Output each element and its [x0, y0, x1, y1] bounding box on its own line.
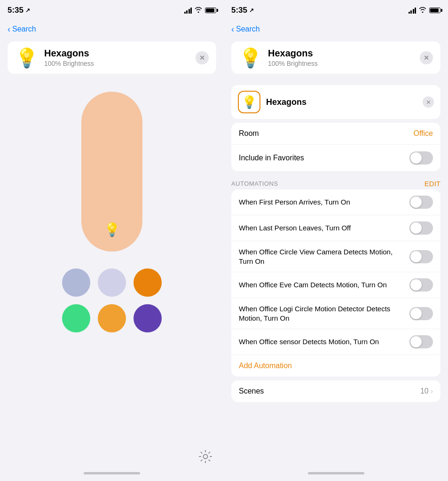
- automation-label-3: When Office Circle View Camera Detects M…: [239, 247, 409, 266]
- toggle-thumb-1: [410, 197, 422, 208]
- right-signal-icon: [409, 7, 417, 14]
- automations-edit-button[interactable]: EDIT: [424, 180, 440, 188]
- automation-toggle-4[interactable]: [409, 278, 433, 292]
- room-favorites-group: Room Office Include in Favorites: [231, 123, 440, 171]
- left-header-left: 💡 Hexagons 100% Brightness: [15, 48, 94, 67]
- right-time-text: 5:35: [231, 6, 247, 15]
- automation-row-1: When First Person Arrives, Turn On: [231, 189, 440, 215]
- left-back-label: Search: [12, 25, 36, 33]
- right-device-subtitle: 100% Brightness: [268, 60, 318, 67]
- left-back-bar: ‹ Search: [0, 21, 224, 38]
- automation-label-5: When Office Logi Circle Motion Detector …: [239, 304, 409, 323]
- left-status-time: 5:35 ↗: [8, 6, 30, 15]
- room-label: Room: [239, 129, 259, 138]
- left-close-button[interactable]: ✕: [196, 51, 209, 64]
- left-status-bar: 5:35 ↗: [0, 0, 224, 21]
- scenes-value-container: 10 ›: [420, 387, 433, 395]
- favorites-row: Include in Favorites: [231, 145, 440, 171]
- left-back-chevron-icon: ‹: [8, 24, 10, 34]
- right-close-button[interactable]: ✕: [420, 51, 433, 64]
- automation-row-2: When Last Person Leaves, Turn Off: [231, 215, 440, 241]
- automation-row-6: When Office sensor Detects Motion, Turn …: [231, 329, 440, 355]
- automations-group: When First Person Arrives, Turn On When …: [231, 189, 440, 377]
- brightness-slider[interactable]: 💡: [81, 92, 142, 252]
- scenes-label: Scenes: [239, 387, 264, 395]
- automations-section-header: AUTOMATIONS EDIT: [224, 175, 448, 189]
- right-header-left: 💡 Hexagons 100% Brightness: [239, 48, 318, 67]
- add-automation-row: Add Automation: [231, 355, 440, 377]
- swatch-orange[interactable]: [134, 268, 162, 297]
- svg-point-0: [204, 455, 208, 459]
- right-header-info: Hexagons 100% Brightness: [268, 48, 318, 67]
- automations-section-title: AUTOMATIONS: [231, 180, 278, 187]
- right-back-label: Search: [236, 25, 260, 33]
- right-bulb-icon: 💡: [239, 48, 262, 67]
- swatch-amber[interactable]: [98, 304, 126, 332]
- automation-row-4: When Office Eve Cam Detects Motion, Turn…: [231, 272, 440, 298]
- scenes-row[interactable]: Scenes 10 ›: [231, 380, 440, 402]
- automation-label-2: When Last Person Leaves, Turn Off: [239, 223, 409, 233]
- right-status-icons: [409, 7, 441, 14]
- room-row[interactable]: Room Office: [231, 123, 440, 145]
- favorites-label: Include in Favorites: [239, 154, 304, 162]
- swatch-purple[interactable]: [134, 304, 162, 332]
- right-header-card: 💡 Hexagons 100% Brightness ✕: [231, 41, 440, 74]
- right-panel: 5:35 ↗ ‹ Searc: [224, 0, 448, 481]
- automation-label-1: When First Person Arrives, Turn On: [239, 197, 409, 207]
- add-automation-button[interactable]: Add Automation: [239, 362, 292, 370]
- settings-gear-button[interactable]: [198, 449, 212, 467]
- automation-toggle-2[interactable]: [409, 221, 433, 235]
- left-bulb-icon: 💡: [15, 48, 39, 67]
- toggle-thumb-4: [410, 279, 422, 291]
- right-home-indicator: [224, 465, 448, 481]
- automation-toggle-6[interactable]: [409, 335, 433, 348]
- automation-toggle-5[interactable]: [409, 307, 433, 320]
- left-time-text: 5:35: [8, 6, 24, 15]
- swatch-light-lavender[interactable]: [98, 268, 126, 297]
- bulb-slider-icon: 💡: [104, 222, 120, 237]
- left-home-indicator: [0, 465, 224, 481]
- toggle-thumb-6: [410, 336, 422, 347]
- left-status-icons: [184, 7, 217, 14]
- scenes-count: 10: [420, 387, 429, 395]
- device-name-card: 💡 ✕: [231, 85, 440, 119]
- left-header-info: Hexagons 100% Brightness: [44, 48, 94, 67]
- automation-label-4: When Office Eve Cam Detects Motion, Turn…: [239, 280, 409, 290]
- right-back-chevron-icon: ‹: [231, 24, 234, 34]
- device-name-clear-button[interactable]: ✕: [423, 96, 434, 108]
- automation-toggle-3[interactable]: [409, 250, 433, 263]
- favorites-toggle[interactable]: [409, 151, 433, 165]
- right-status-time: 5:35 ↗: [231, 6, 254, 15]
- right-home-bar: [308, 472, 364, 474]
- left-signal-icon: [184, 7, 192, 14]
- automation-label-6: When Office sensor Detects Motion, Turn …: [239, 337, 409, 347]
- left-home-bar: [84, 472, 140, 474]
- right-device-title: Hexagons: [268, 48, 318, 59]
- left-content-area: 💡: [0, 78, 224, 465]
- left-back-button[interactable]: ‹ Search: [8, 24, 36, 34]
- right-location-icon: ↗: [249, 7, 254, 14]
- left-location-icon: ↗: [25, 7, 30, 14]
- device-name-input[interactable]: [266, 97, 417, 107]
- room-value: Office: [414, 129, 433, 138]
- scenes-chevron-icon: ›: [431, 387, 433, 395]
- swatch-lavender[interactable]: [62, 268, 90, 297]
- left-device-title: Hexagons: [44, 48, 94, 59]
- left-header-card: 💡 Hexagons 100% Brightness ✕: [8, 41, 216, 74]
- right-back-bar: ‹ Search: [224, 21, 448, 38]
- color-swatches: [62, 268, 162, 332]
- scenes-group: Scenes 10 ›: [231, 380, 440, 402]
- left-battery-icon: [205, 8, 216, 13]
- left-wifi-icon: [195, 7, 202, 14]
- toggle-thumb: [410, 152, 422, 164]
- automation-row-3: When Office Circle View Camera Detects M…: [231, 241, 440, 272]
- left-panel: 5:35 ↗ ‹ Searc: [0, 0, 224, 481]
- right-wifi-icon: [419, 7, 426, 14]
- automation-toggle-1[interactable]: [409, 196, 433, 209]
- toggle-thumb-5: [410, 308, 422, 319]
- right-back-button[interactable]: ‹ Search: [231, 24, 260, 34]
- right-status-bar: 5:35 ↗: [224, 0, 448, 21]
- swatch-green[interactable]: [62, 304, 90, 332]
- automation-row-5: When Office Logi Circle Motion Detector …: [231, 298, 440, 329]
- device-icon-box: 💡: [238, 91, 260, 113]
